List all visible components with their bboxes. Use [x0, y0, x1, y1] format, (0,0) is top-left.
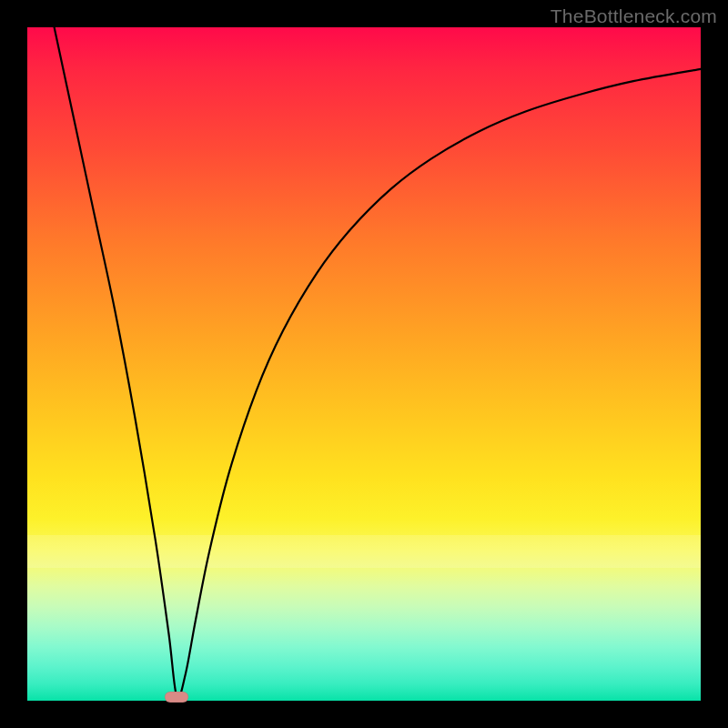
minimum-marker: [165, 692, 188, 703]
bottleneck-curve: [55, 27, 701, 698]
curve-svg: [27, 27, 701, 701]
watermark-text: TheBottleneck.com: [551, 5, 717, 27]
chart-frame: TheBottleneck.com: [0, 0, 728, 728]
plot-area: [27, 27, 701, 701]
